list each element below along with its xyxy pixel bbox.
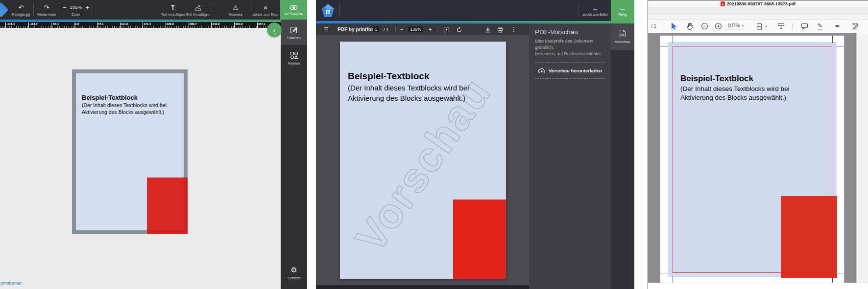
pdf-preview-sidebar: PDF-Vorschau Bitte überprüfe das Dokumen… [529, 23, 611, 289]
redo-button[interactable]: ↷ Wiederholen [34, 0, 59, 20]
edit-pdf-button[interactable] [850, 20, 860, 32]
pdf-page: Vorschau Beispiel-Textblock (Der Inhalt … [340, 42, 506, 279]
ruler-tick: 57.1 [98, 22, 104, 25]
separator [579, 4, 579, 17]
ruler-tick: 400.0 [235, 22, 242, 25]
pdf-title: PDF by printfor... [338, 23, 377, 35]
panel-title: PDF-Vorschau [535, 28, 605, 36]
zoom-level[interactable]: 135% [408, 23, 423, 35]
comment-tool-button[interactable] [800, 20, 809, 32]
divider [535, 62, 605, 63]
screenshot: ↶ Rückgängig ↷ Wiederholen − 105% + Zoom… [0, 0, 868, 289]
editor-panel: ↶ Rückgängig ↷ Wiederholen − 105% + Zoom… [0, 0, 307, 289]
svg-text:A: A [722, 2, 724, 5]
editor-sidebar: Editieren Formen ⚙ Settings [281, 20, 307, 289]
menu-button[interactable]: ☰ [324, 23, 329, 35]
done-button[interactable]: → Fertig [611, 0, 634, 21]
crop-mark [837, 273, 844, 273]
ruler-tick: 228.6 [167, 22, 174, 25]
back-to-editor-button[interactable]: ← zurück zum Editor [580, 0, 610, 21]
ruler-tick: -171.4 [6, 22, 15, 25]
fill-sign-button[interactable]: ✒ [833, 20, 842, 32]
textblock-heading: Beispiel-Textblock [348, 71, 429, 82]
zoom-out-button[interactable]: − [63, 4, 67, 11]
undo-button[interactable]: ↶ Rückgängig [10, 0, 32, 20]
pdf-page: Beispiel-Textblock (Der Inhalt dieses Te… [660, 36, 844, 283]
zoom-out-button[interactable]: − [400, 23, 403, 35]
svg-text:R: R [326, 9, 330, 16]
textblock-heading[interactable]: Beispiel-Textblock [82, 94, 138, 101]
collapse-sidebar-button[interactable]: ‹ [267, 22, 282, 37]
kebab-icon: ⋮ [511, 26, 517, 33]
separator [339, 4, 340, 17]
divider [535, 78, 605, 79]
preview-body: ☰ PDF by printfor... 1 / 1 − 135% + [316, 23, 634, 289]
textblock-body: (Der Inhalt dieses Textblocks wird bei A… [348, 83, 469, 103]
acrobat-toolbar: / 1 107% ▾ [648, 20, 868, 32]
chevron-left-icon: ‹ [273, 26, 276, 34]
eye-icon [289, 5, 298, 10]
redo-icon: ↷ [44, 4, 49, 11]
document-filename: 20210830-093707-3608-13973.pdf [727, 1, 796, 6]
tab-vorschau[interactable]: PDF Vorschau [611, 23, 634, 50]
warning-icon: ⚠ [233, 4, 239, 11]
pdf-badge-icon: A [721, 1, 725, 6]
acrobat-document-area: Beispiel-Textblock (Der Inhalt dieses Te… [648, 33, 868, 283]
textblock-body[interactable]: (Der Inhalt dieses Textblocks wird bei A… [82, 102, 167, 115]
pdf-file-icon: PDF [619, 29, 626, 38]
dropdown-icon: ▾ [742, 24, 744, 28]
download-preview-button[interactable]: Vorschau herunterladen [535, 67, 605, 73]
red-image-block[interactable] [147, 178, 188, 234]
crop-mark [660, 273, 668, 273]
red-image-block [453, 200, 506, 279]
pencil-icon: ✎ [818, 22, 823, 30]
zoom-value: 105% [70, 4, 82, 11]
scrollbar-track[interactable] [316, 285, 529, 289]
add-text-button[interactable]: T Text hinzufügen [161, 0, 185, 20]
zoom-level-select[interactable]: 107% ▾ [726, 20, 745, 32]
add-image-button[interactable]: Bild hinzufügen [187, 0, 209, 20]
notes-button[interactable]: ⚠ Hinweise [223, 0, 248, 20]
select-tool-button[interactable] [670, 20, 678, 32]
ruler-tick: -114.3 [29, 22, 38, 25]
sidebar-item-shapes[interactable]: Formen [281, 45, 307, 70]
fit-page-button[interactable] [443, 23, 450, 35]
separator [395, 26, 396, 32]
ruler-tick: 457.1 [258, 22, 265, 25]
zoom-out-button[interactable] [700, 20, 709, 32]
ruler-tick: -57.1 [52, 22, 59, 25]
rotate-button[interactable] [456, 23, 462, 35]
zoom-in-button[interactable] [714, 20, 723, 32]
download-icon[interactable] [485, 23, 491, 35]
panel-hint: Bitte überprüfe das Dokument gründlich, … [535, 38, 605, 57]
sidebar-item-edit[interactable]: Editieren [281, 20, 307, 45]
ruler-tick: 114.3 [121, 22, 128, 25]
ruler-tick: 0.0 [75, 22, 79, 25]
separator [60, 3, 60, 16]
print-icon[interactable] [497, 23, 504, 35]
back-to-shop-button[interactable]: × zurück zum Shop [252, 0, 279, 20]
sidebar-item-settings[interactable]: ⚙ Settings [281, 260, 307, 285]
fit-width-button[interactable] [776, 20, 785, 32]
editor-document[interactable]: Beispiel-Textblock (Der Inhalt dieses Te… [72, 69, 188, 234]
page-display-button[interactable]: ▾ [756, 20, 768, 32]
page-number-input[interactable]: 1 [373, 23, 379, 35]
shapes-icon [290, 51, 298, 59]
more-options-button[interactable]: ⋮ [511, 23, 517, 35]
ruler: -171.4-114.3-57.10.057.1114.3171.4228.62… [0, 22, 281, 28]
highlight-tool-button[interactable]: ✎ [816, 20, 824, 32]
separator [33, 3, 34, 16]
to-preview-button[interactable]: zur Vorschau [280, 0, 307, 20]
zoom-in-button[interactable]: + [86, 4, 90, 11]
hamburger-icon: ☰ [324, 26, 329, 33]
pen-icon: ✒ [835, 22, 841, 30]
preview-tab-strip: PDF Vorschau [611, 23, 634, 289]
zoom-in-button[interactable]: + [429, 23, 432, 35]
textblock-heading: Beispiel-Textblock [680, 74, 753, 84]
zoom-control: − 105% + Zoom [61, 0, 91, 20]
hand-tool-button[interactable] [685, 20, 694, 32]
pdf-viewer-toolbar: ☰ PDF by printfor... 1 / 1 − 135% + [316, 23, 529, 35]
printformer-link[interactable]: printformer [0, 281, 22, 286]
separator [664, 22, 664, 30]
scrollbar-track[interactable] [856, 33, 868, 283]
